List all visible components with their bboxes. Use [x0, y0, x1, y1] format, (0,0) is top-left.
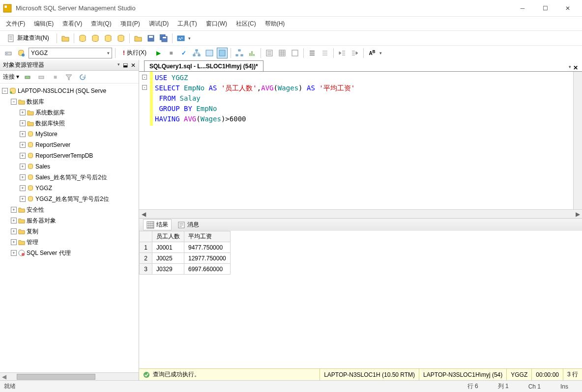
tab-close-icon[interactable]: ✕ — [573, 64, 578, 71]
object-explorer-tree[interactable]: − LAPTOP-N3SLOC1H (SQL Serve − 数据库 + 系统数… — [0, 84, 139, 372]
document-tab[interactable]: SQLQuery1.sql - L...SLOC1H\myj (54))* — [144, 60, 263, 71]
results-to-file-icon[interactable] — [290, 48, 300, 58]
decrease-indent-icon[interactable] — [337, 48, 348, 58]
result-cell[interactable]: 6997.660000 — [184, 264, 231, 275]
connect-icon[interactable] — [22, 72, 33, 83]
tree-expander[interactable]: − — [11, 99, 17, 105]
editor-vscroll[interactable] — [573, 72, 582, 209]
server-node[interactable]: LAPTOP-N3SLOC1H (SQL Serve — [18, 87, 106, 94]
menu-query[interactable]: 查询(Q) — [91, 20, 111, 28]
result-cell[interactable]: 12977.750000 — [184, 253, 231, 264]
include-statistics-icon[interactable] — [247, 48, 258, 58]
stop-icon[interactable]: ■ — [50, 72, 60, 83]
tree-expander[interactable]: + — [20, 153, 26, 159]
messages-tab[interactable]: 消息 — [175, 220, 202, 230]
refresh-icon[interactable] — [77, 72, 88, 83]
system-databases-node[interactable]: 系统数据库 — [35, 109, 65, 117]
result-cell[interactable]: 9477.750000 — [184, 242, 231, 253]
tree-expander[interactable]: + — [11, 250, 17, 256]
available-databases-icon[interactable] — [16, 48, 27, 58]
db-engine-query-4-icon[interactable] — [116, 33, 126, 44]
row-number[interactable]: 1 — [140, 242, 152, 253]
database-node[interactable]: YGGZ — [35, 185, 52, 192]
menu-file[interactable]: 文件(F) — [6, 20, 25, 28]
server-objects-node[interactable]: 服务器对象 — [27, 217, 56, 225]
result-cell[interactable]: J0025 — [152, 253, 184, 264]
panel-dropdown-icon[interactable]: ▾ — [117, 62, 120, 69]
include-actual-plan-icon[interactable] — [234, 48, 245, 58]
close-button[interactable]: ✕ — [556, 1, 579, 16]
disconnect-icon[interactable] — [36, 72, 47, 83]
row-number[interactable]: 3 — [140, 264, 152, 275]
menu-project[interactable]: 项目(P) — [120, 20, 140, 28]
column-header[interactable]: 员工人数 — [152, 231, 184, 242]
sql-editor[interactable]: - - USE YGGZ SELECT EmpNo AS '员工人数',AVG(… — [139, 72, 582, 209]
database-node[interactable]: YGGZ_姓名简写_学号后2位 — [35, 195, 109, 203]
db-engine-query-2-icon[interactable] — [90, 33, 101, 44]
management-node[interactable]: 管理 — [27, 238, 38, 247]
object-explorer-hscroll[interactable]: ◀ — [0, 372, 139, 380]
open-file-icon[interactable] — [60, 33, 71, 44]
comment-icon[interactable] — [307, 48, 318, 58]
toolbar2-overflow-icon[interactable]: ▾ — [379, 51, 382, 56]
tree-expander[interactable]: + — [20, 164, 26, 169]
database-node[interactable]: Sales_姓名简写_学号后2位 — [35, 173, 107, 182]
increase-indent-icon[interactable] — [349, 48, 360, 58]
db-engine-query-icon[interactable] — [77, 33, 88, 44]
results-grid[interactable]: 员工人数 平均工资 1J00019477.7500002J002512977.7… — [139, 231, 582, 368]
open-folder-icon[interactable] — [133, 33, 144, 44]
tree-expander[interactable]: + — [20, 142, 26, 148]
database-node[interactable]: MyStore — [35, 131, 58, 138]
save-all-icon[interactable] — [158, 33, 169, 44]
menu-community[interactable]: 社区(C) — [236, 20, 256, 28]
menu-debug[interactable]: 调试(D) — [149, 20, 169, 28]
menu-tools[interactable]: 工具(T) — [177, 20, 197, 28]
db-engine-query-3-icon[interactable] — [103, 33, 114, 44]
uncomment-icon[interactable] — [320, 48, 330, 58]
results-tab[interactable]: 结果 — [143, 219, 172, 230]
display-plan-icon[interactable] — [191, 48, 202, 58]
tree-expander[interactable]: + — [11, 228, 17, 234]
cancel-query-icon[interactable]: ■ — [166, 48, 176, 58]
tree-expander[interactable]: + — [20, 120, 26, 126]
database-node[interactable]: ReportServer — [35, 141, 70, 148]
tree-expander[interactable]: + — [20, 174, 26, 180]
column-header[interactable]: 平均工资 — [184, 231, 231, 242]
intellisense-icon[interactable] — [217, 48, 228, 58]
result-cell[interactable]: J0001 — [152, 242, 184, 253]
editor-hscroll[interactable]: ◀▶ — [139, 209, 582, 218]
connect-dropdown[interactable]: 连接 ▾ — [3, 73, 19, 81]
agent-node[interactable]: SQL Server 代理 — [27, 249, 71, 257]
security-node[interactable]: 安全性 — [27, 206, 44, 214]
specify-values-icon[interactable]: AB — [367, 48, 378, 58]
tab-dropdown-icon[interactable]: ▾ — [569, 64, 571, 71]
tree-expander[interactable]: + — [11, 218, 17, 224]
change-connection-icon[interactable] — [3, 48, 14, 58]
result-cell[interactable]: J0329 — [152, 264, 184, 275]
activity-monitor-icon[interactable] — [175, 33, 186, 44]
menu-window[interactable]: 窗口(W) — [206, 20, 227, 28]
maximize-button[interactable]: ☐ — [534, 1, 556, 16]
tree-expander[interactable]: + — [11, 239, 17, 245]
tree-expander[interactable]: + — [11, 207, 17, 213]
pin-icon[interactable]: ⬓ — [123, 62, 128, 69]
database-node[interactable]: Sales — [35, 163, 50, 170]
tree-expander[interactable]: + — [20, 131, 26, 137]
tree-expander[interactable]: + — [20, 185, 26, 191]
menu-edit[interactable]: 编辑(E) — [34, 20, 54, 28]
db-snapshot-node[interactable]: 数据库快照 — [35, 119, 65, 128]
panel-close-icon[interactable]: ✕ — [131, 62, 136, 69]
database-selector[interactable]: YGGZ▾ — [29, 48, 112, 58]
filter-icon[interactable] — [63, 72, 74, 83]
replication-node[interactable]: 复制 — [27, 227, 38, 236]
debug-button[interactable]: ▶ — [153, 48, 164, 58]
toolbar-overflow-icon[interactable]: ▾ — [188, 36, 191, 41]
tree-expander[interactable]: − — [2, 88, 8, 94]
query-options-icon[interactable] — [204, 48, 215, 58]
results-to-text-icon[interactable] — [264, 48, 275, 58]
minimize-button[interactable]: ─ — [511, 1, 534, 16]
menu-view[interactable]: 查看(V) — [62, 20, 82, 28]
save-icon[interactable] — [146, 33, 156, 44]
database-node[interactable]: ReportServerTempDB — [35, 152, 93, 159]
execute-button[interactable]: ! 执行(X) — [118, 48, 151, 58]
